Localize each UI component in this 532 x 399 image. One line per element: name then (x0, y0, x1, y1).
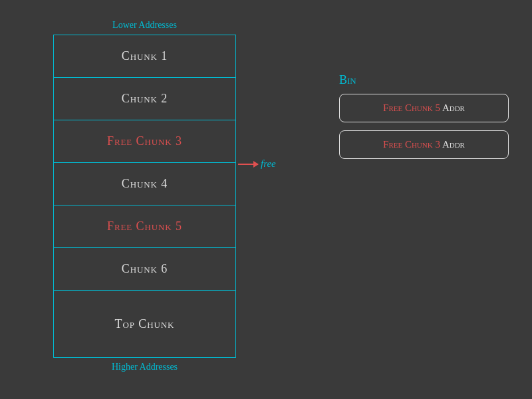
memory-layout: Lower Addresses Chunk 1 Chunk 2 Free Chu… (53, 20, 236, 376)
chunk-6: Chunk 6 (54, 248, 235, 291)
lower-address-label: Lower Addresses (53, 20, 236, 31)
free-arrow: free (238, 158, 276, 170)
chunk-2: Chunk 2 (54, 78, 235, 120)
chunk-3-free: Free Chunk 3 (54, 120, 235, 163)
bin-item-1-addr-text: Addr (442, 102, 465, 113)
higher-address-label: Higher Addresses (53, 362, 236, 372)
chunk-4: Chunk 4 (54, 163, 235, 205)
chunk-1: Chunk 1 (54, 35, 235, 78)
bin-label: Bin (339, 73, 509, 87)
bin-item-1: Free Chunk 5 Addr (339, 94, 509, 122)
arrow-line (238, 164, 258, 165)
bin-container: Bin Free Chunk 5 Addr Free Chunk 3 Addr (339, 73, 509, 167)
chunk-5-free: Free Chunk 5 (54, 205, 235, 248)
bin-item-1-free: Free Chunk 5 (383, 102, 440, 113)
bin-item-2: Free Chunk 3 Addr (339, 130, 509, 159)
arrow-label: free (261, 158, 276, 170)
bin-item-2-free: Free Chunk 3 (383, 139, 440, 150)
memory-block: Chunk 1 Chunk 2 Free Chunk 3 Chunk 4 Fre… (53, 35, 236, 358)
bin-item-2-addr-text: Addr (442, 139, 465, 150)
top-chunk: Top Chunk (54, 291, 235, 357)
